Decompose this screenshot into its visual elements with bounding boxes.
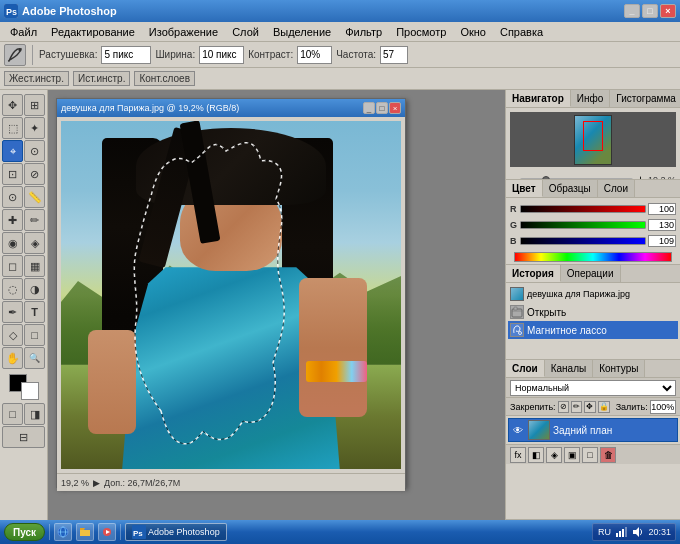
history-doc-name: девушка для Парижа.jpg bbox=[527, 289, 630, 299]
artboard-tool[interactable]: ⊞ bbox=[24, 94, 45, 116]
tab-paths[interactable]: Контуры bbox=[593, 360, 645, 377]
standard-mode[interactable]: □ bbox=[2, 403, 23, 425]
layer-mask-button[interactable]: ◧ bbox=[528, 447, 544, 463]
menu-layer[interactable]: Слой bbox=[226, 24, 265, 40]
move-tool[interactable]: ✥ bbox=[2, 94, 23, 116]
palette-label-3[interactable]: Конт.слоев bbox=[134, 71, 195, 86]
menu-edit[interactable]: Редактирование bbox=[45, 24, 141, 40]
red-value[interactable]: 100 bbox=[648, 203, 676, 215]
history-item-open[interactable]: девушка для Парижа.jpg bbox=[508, 285, 678, 303]
crop-tool[interactable]: ⊡ bbox=[2, 163, 23, 185]
taskbar-ps-item[interactable]: Ps Adobe Photoshop bbox=[125, 523, 227, 541]
clone-stamp-tool[interactable]: ◉ bbox=[2, 232, 23, 254]
menu-image[interactable]: Изображение bbox=[143, 24, 224, 40]
new-fill-layer-button[interactable]: ◈ bbox=[546, 447, 562, 463]
freq-field[interactable]: 57 bbox=[380, 46, 408, 64]
quick-select-tool[interactable]: ⊙ bbox=[24, 140, 45, 162]
history-item-lasso[interactable]: Магнитное лассо bbox=[508, 321, 678, 339]
tab-navigator[interactable]: Навигатор bbox=[506, 90, 571, 107]
new-group-button[interactable]: ▣ bbox=[564, 447, 580, 463]
tool-row-9: ◌ ◑ bbox=[2, 278, 45, 300]
quicklaunch-media[interactable] bbox=[98, 523, 116, 541]
menu-window[interactable]: Окно bbox=[454, 24, 492, 40]
screen-mode[interactable]: ⊟ bbox=[2, 426, 45, 448]
doc-minimize[interactable]: _ bbox=[363, 102, 375, 114]
red-slider[interactable] bbox=[520, 205, 646, 213]
tab-histogram[interactable]: Гистограмма bbox=[610, 90, 680, 107]
zoom-tool[interactable]: 🔍 bbox=[24, 347, 45, 369]
history-item-open-action[interactable]: Открыть bbox=[508, 303, 678, 321]
menu-select[interactable]: Выделение bbox=[267, 24, 337, 40]
history-brush-tool[interactable]: ◈ bbox=[24, 232, 45, 254]
magic-wand-tool[interactable]: ✦ bbox=[24, 117, 45, 139]
contrast-field[interactable]: 10% bbox=[297, 46, 332, 64]
dodge-tool[interactable]: ◑ bbox=[24, 278, 45, 300]
feather-field[interactable]: 5 пикс bbox=[101, 46, 151, 64]
fg-bg-colors[interactable] bbox=[9, 374, 39, 400]
menu-view[interactable]: Просмотр bbox=[390, 24, 452, 40]
menu-help[interactable]: Справка bbox=[494, 24, 549, 40]
menu-filter[interactable]: Фильтр bbox=[339, 24, 388, 40]
layer-style-button[interactable]: fx bbox=[510, 447, 526, 463]
lasso-tool[interactable]: ⌖ bbox=[2, 140, 23, 162]
brush-tool[interactable]: ✏ bbox=[24, 209, 45, 231]
gradient-tool[interactable]: ▦ bbox=[24, 255, 45, 277]
tab-styles[interactable]: Слои bbox=[598, 180, 635, 197]
blur-tool[interactable]: ◌ bbox=[2, 278, 23, 300]
slice-tool[interactable]: ⊘ bbox=[24, 163, 45, 185]
blue-slider[interactable] bbox=[520, 237, 646, 245]
tab-info[interactable]: Инфо bbox=[571, 90, 611, 107]
menu-file[interactable]: Файл bbox=[4, 24, 43, 40]
palette-label-2[interactable]: Ист.инстр. bbox=[73, 71, 130, 86]
doc-maximize[interactable]: □ bbox=[376, 102, 388, 114]
layer-item-background[interactable]: 👁 Задний план bbox=[508, 418, 678, 442]
start-button[interactable]: Пуск bbox=[4, 523, 45, 541]
path-select-tool[interactable]: ◇ bbox=[2, 324, 23, 346]
tab-layers[interactable]: Слои bbox=[506, 360, 545, 377]
navigator-preview[interactable] bbox=[510, 112, 676, 167]
freq-label: Частота: bbox=[336, 49, 376, 60]
hand-tool[interactable]: ✋ bbox=[2, 347, 23, 369]
zoom-in-button[interactable]: + bbox=[637, 173, 644, 180]
delete-layer-button[interactable]: 🗑 bbox=[600, 447, 616, 463]
background-color[interactable] bbox=[21, 382, 39, 400]
tab-color[interactable]: Цвет bbox=[506, 180, 543, 197]
lock-image-btn[interactable]: ✏ bbox=[571, 401, 582, 413]
tab-actions[interactable]: Операции bbox=[561, 265, 621, 282]
tab-history[interactable]: История bbox=[506, 265, 561, 282]
tab-channels[interactable]: Каналы bbox=[545, 360, 594, 377]
quicklaunch-ie[interactable] bbox=[54, 523, 72, 541]
minimize-button[interactable]: _ bbox=[624, 4, 640, 18]
lang-indicator[interactable]: RU bbox=[597, 525, 611, 539]
doc-close[interactable]: × bbox=[389, 102, 401, 114]
eyedropper-tool[interactable]: ⊙ bbox=[2, 186, 23, 208]
spectrum-bar[interactable] bbox=[514, 252, 672, 262]
blue-value[interactable]: 109 bbox=[648, 235, 676, 247]
green-slider[interactable] bbox=[520, 221, 646, 229]
eraser-tool[interactable]: ◻ bbox=[2, 255, 23, 277]
heal-brush-tool[interactable]: ✚ bbox=[2, 209, 23, 231]
quicklaunch-folder[interactable] bbox=[76, 523, 94, 541]
layer-visibility-eye[interactable]: 👁 bbox=[511, 423, 525, 437]
fill-value[interactable]: 100% bbox=[650, 400, 676, 414]
ruler-tool[interactable]: 📏 bbox=[24, 186, 45, 208]
pen-tool[interactable]: ✒ bbox=[2, 301, 23, 323]
text-tool[interactable]: T bbox=[24, 301, 45, 323]
blend-mode-select[interactable]: Нормальный bbox=[510, 380, 676, 396]
new-layer-button[interactable]: □ bbox=[582, 447, 598, 463]
shape-tool[interactable]: □ bbox=[24, 324, 45, 346]
green-value[interactable]: 130 bbox=[648, 219, 676, 231]
lock-all-btn[interactable]: 🔒 bbox=[598, 401, 610, 413]
close-button[interactable]: × bbox=[660, 4, 676, 18]
maximize-button[interactable]: □ bbox=[642, 4, 658, 18]
canvas-area[interactable]: девушка для Парижа.jpg @ 19,2% (RGB/8) _… bbox=[48, 90, 505, 520]
image-canvas[interactable] bbox=[61, 121, 401, 469]
marquee-tool[interactable]: ⬚ bbox=[2, 117, 23, 139]
lock-transparent-btn[interactable]: ⊘ bbox=[558, 401, 569, 413]
palette-label-1[interactable]: Жест.инстр. bbox=[4, 71, 69, 86]
tab-swatches[interactable]: Образцы bbox=[543, 180, 598, 197]
lock-position-btn[interactable]: ✥ bbox=[584, 401, 595, 413]
quick-mask-mode[interactable]: ◨ bbox=[24, 403, 45, 425]
navigator-controls: − + 19,2 % bbox=[506, 171, 680, 180]
width-field[interactable]: 10 пикс bbox=[199, 46, 244, 64]
